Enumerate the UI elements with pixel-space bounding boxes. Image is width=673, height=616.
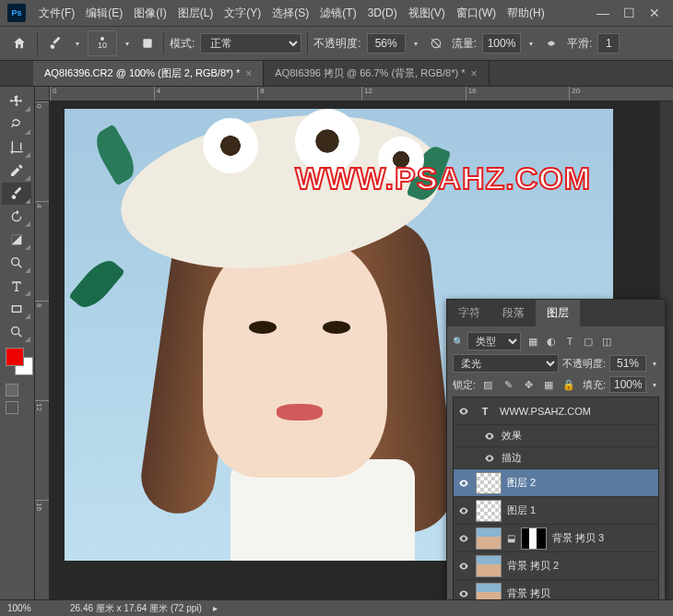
visibility-toggle[interactable] bbox=[483, 452, 496, 465]
menu-type[interactable]: 文字(Y) bbox=[218, 6, 266, 21]
dodge-tool[interactable] bbox=[2, 252, 31, 274]
lock-artboard-icon[interactable]: ▦ bbox=[540, 376, 557, 393]
visibility-toggle[interactable] bbox=[457, 587, 470, 600]
brush-tool[interactable] bbox=[2, 183, 31, 205]
lock-paint-icon[interactable]: ✎ bbox=[500, 376, 516, 393]
options-bar: ▾ 10 ▾ 模式: 正常 不透明度: ▾ 流量: ▾ 平滑: bbox=[0, 26, 673, 61]
layer-opacity-label: 不透明度: bbox=[562, 357, 606, 371]
menu-window[interactable]: 窗口(W) bbox=[451, 6, 502, 21]
opacity-label: 不透明度: bbox=[313, 36, 360, 52]
layer-name: 背景 拷贝 3 bbox=[552, 531, 604, 545]
visibility-toggle[interactable] bbox=[457, 504, 470, 517]
move-tool[interactable] bbox=[2, 90, 31, 113]
menu-filter[interactable]: 滤镜(T) bbox=[314, 6, 361, 21]
filter-adjust-icon[interactable]: ◐ bbox=[543, 333, 560, 349]
visibility-toggle[interactable] bbox=[483, 430, 496, 443]
zoom-tool[interactable] bbox=[2, 321, 31, 343]
ruler-horizontal[interactable]: 048121620 bbox=[50, 87, 673, 101]
filter-type-icon[interactable]: T bbox=[561, 333, 578, 349]
blend-mode-select[interactable]: 正常 bbox=[200, 33, 301, 53]
flow-input[interactable] bbox=[482, 33, 521, 53]
opacity-input[interactable] bbox=[367, 33, 406, 53]
airbrush-icon[interactable] bbox=[541, 33, 561, 53]
tool-preset-dropdown[interactable]: ▾ bbox=[73, 40, 82, 48]
mode-label: 模式: bbox=[170, 36, 195, 52]
layer-name: 效果 bbox=[502, 429, 522, 443]
layer-mask-thumbnail bbox=[521, 527, 547, 550]
lock-all-icon[interactable]: 🔒 bbox=[561, 376, 577, 393]
layer-list: T WWW.PSAHZ.COM 效果 描边 图层 2 bbox=[453, 397, 659, 599]
layer-blend-mode[interactable]: 柔光 bbox=[453, 354, 559, 373]
visibility-toggle[interactable] bbox=[457, 532, 470, 545]
crop-tool[interactable] bbox=[2, 136, 31, 159]
rectangle-tool[interactable] bbox=[2, 298, 31, 320]
opacity-dropdown[interactable]: ▾ bbox=[411, 40, 420, 48]
layer-filter-type[interactable]: 类型 bbox=[467, 332, 521, 350]
panel-tab-layers[interactable]: 图层 bbox=[536, 300, 580, 326]
layer-item[interactable]: 背景 拷贝 bbox=[454, 580, 658, 599]
opacity-dropdown[interactable]: ▾ bbox=[650, 360, 659, 368]
filter-shape-icon[interactable]: ▢ bbox=[580, 333, 596, 349]
layer-item[interactable]: ⬓ 背景 拷贝 3 bbox=[454, 525, 658, 552]
maximize-button[interactable]: ☐ bbox=[618, 5, 640, 21]
menu-file[interactable]: 文件(F) bbox=[33, 6, 80, 21]
zoom-level[interactable]: 100% bbox=[7, 603, 59, 613]
quickmask-icon[interactable] bbox=[6, 384, 18, 397]
brush-size-label: 10 bbox=[98, 41, 107, 50]
layer-effect-stroke[interactable]: 描边 bbox=[454, 447, 658, 469]
fill-dropdown[interactable]: ▾ bbox=[650, 381, 659, 389]
mask-link-icon[interactable]: ⬓ bbox=[507, 533, 515, 543]
type-tool[interactable] bbox=[2, 275, 31, 297]
menu-edit[interactable]: 编辑(E) bbox=[80, 6, 128, 21]
eyedropper-tool[interactable] bbox=[2, 160, 31, 182]
flow-dropdown[interactable]: ▾ bbox=[526, 40, 536, 48]
filter-smart-icon[interactable]: ◫ bbox=[598, 333, 615, 349]
brush-panel-icon[interactable] bbox=[137, 33, 158, 53]
layer-fill-input[interactable] bbox=[609, 376, 646, 393]
document-tab[interactable]: AQ8I6396 拷贝 @ 66.7% (背景, RGB/8*) * × bbox=[264, 61, 489, 86]
info-dropdown-icon[interactable]: ▸ bbox=[213, 603, 218, 613]
menu-view[interactable]: 视图(V) bbox=[403, 6, 451, 21]
menu-help[interactable]: 帮助(H) bbox=[502, 6, 550, 21]
gradient-tool[interactable] bbox=[2, 229, 31, 251]
layer-name: 描边 bbox=[502, 451, 522, 465]
visibility-toggle[interactable] bbox=[457, 560, 470, 573]
lasso-tool[interactable] bbox=[2, 113, 31, 136]
pressure-opacity-icon[interactable] bbox=[426, 33, 446, 53]
document-info[interactable]: 26.46 厘米 x 17.64 厘米 (72 ppi) bbox=[70, 602, 202, 615]
close-button[interactable]: ✕ bbox=[643, 5, 666, 21]
panel-tab-character[interactable]: 字符 bbox=[447, 300, 491, 326]
history-brush-tool[interactable] bbox=[2, 206, 31, 228]
lock-position-icon[interactable]: ✥ bbox=[520, 376, 537, 393]
brush-preview[interactable]: 10 bbox=[88, 30, 117, 56]
layer-effects[interactable]: 效果 bbox=[454, 425, 658, 447]
svg-rect-7 bbox=[12, 306, 20, 313]
menu-3d[interactable]: 3D(D) bbox=[362, 6, 403, 19]
layer-item[interactable]: 图层 1 bbox=[454, 497, 658, 525]
brush-picker-dropdown[interactable]: ▾ bbox=[123, 40, 132, 48]
visibility-toggle[interactable] bbox=[457, 405, 470, 418]
layer-item-text[interactable]: T WWW.PSAHZ.COM bbox=[454, 397, 658, 425]
app-icon: Ps bbox=[7, 4, 26, 22]
lock-transparent-icon[interactable]: ▨ bbox=[479, 376, 496, 393]
layer-opacity-input[interactable] bbox=[609, 355, 646, 372]
close-icon[interactable]: × bbox=[471, 67, 478, 80]
layer-item-selected[interactable]: 图层 2 bbox=[454, 469, 658, 497]
brush-tool-icon[interactable] bbox=[43, 31, 67, 55]
menu-select[interactable]: 选择(S) bbox=[266, 6, 314, 21]
foreground-color[interactable] bbox=[6, 348, 24, 366]
layer-name: 图层 1 bbox=[507, 503, 536, 517]
menu-image[interactable]: 图像(I) bbox=[128, 6, 171, 21]
ruler-vertical[interactable]: 0481216 bbox=[35, 101, 50, 599]
layer-item[interactable]: 背景 拷贝 2 bbox=[454, 552, 658, 580]
home-icon[interactable] bbox=[7, 31, 31, 55]
smoothing-input[interactable] bbox=[597, 33, 620, 53]
minimize-button[interactable]: — bbox=[592, 5, 614, 21]
panel-tab-paragraph[interactable]: 段落 bbox=[491, 300, 536, 326]
document-tab-active[interactable]: AQ8I6396.CR2 @ 100% (图层 2, RGB/8*) * × bbox=[33, 61, 264, 86]
screenmode-icon[interactable] bbox=[6, 401, 18, 414]
menu-layer[interactable]: 图层(L) bbox=[172, 6, 219, 21]
visibility-toggle[interactable] bbox=[457, 477, 470, 490]
filter-pixel-icon[interactable]: ▦ bbox=[525, 333, 541, 349]
close-icon[interactable]: × bbox=[245, 67, 252, 80]
